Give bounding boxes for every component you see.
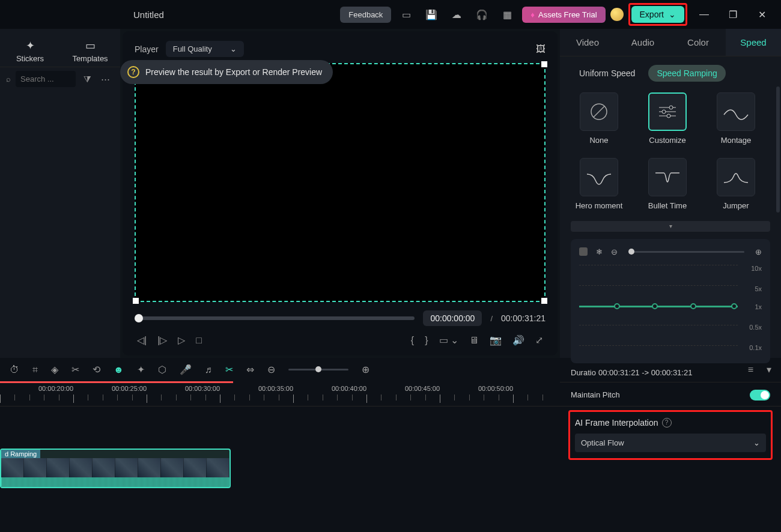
play-button[interactable]: ▷ xyxy=(178,334,185,346)
mask-icon[interactable]: ✂ xyxy=(71,364,79,375)
scrub-knob[interactable] xyxy=(135,314,143,322)
search-icon: ⌕ xyxy=(6,74,11,83)
time-current: 00:00:00:00 xyxy=(423,310,482,326)
tab-audio[interactable]: Audio xyxy=(615,29,670,56)
headset-icon[interactable]: 🎧 xyxy=(472,4,492,25)
templates-tab[interactable]: ▭ Templates xyxy=(60,37,120,63)
chevron-down-icon: ⌄ xyxy=(753,438,760,447)
camera-button[interactable]: 📷 xyxy=(490,334,502,346)
keyframe-button[interactable] xyxy=(579,247,588,256)
tick-label: 00:00:25:00 xyxy=(112,385,147,392)
ramp-y-10x: 10x xyxy=(751,265,762,272)
close-button[interactable]: ✕ xyxy=(750,4,774,25)
tab-video[interactable]: Video xyxy=(560,29,615,56)
preview-canvas[interactable] xyxy=(135,63,545,302)
quality-value: Full Quality xyxy=(173,44,212,53)
corner-handle-tr[interactable] xyxy=(541,61,547,67)
search-input[interactable] xyxy=(16,71,76,87)
question-icon: ? xyxy=(127,66,139,78)
ratio-button[interactable]: ▭ ⌄ xyxy=(439,334,458,346)
duration-value: 00:00:31:21 -> 00:00:31:21 xyxy=(598,368,693,377)
zoom-in-icon[interactable]: ⊕ xyxy=(755,247,762,256)
ramp-keyframe[interactable] xyxy=(614,303,620,309)
volume-button[interactable]: 🔊 xyxy=(512,334,524,346)
preset-none[interactable]: None xyxy=(571,92,627,146)
stickers-tab[interactable]: ✦ Stickers xyxy=(0,37,60,63)
export-button[interactable]: Export ⌄ xyxy=(631,6,684,23)
next-frame-button[interactable]: |▷ xyxy=(157,334,167,346)
clip-label: d Ramping xyxy=(1,450,40,458)
speed-knob[interactable] xyxy=(628,249,634,255)
ai-interpolation-dropdown[interactable]: Optical Flow ⌄ xyxy=(575,434,766,452)
tab-color[interactable]: Color xyxy=(670,29,726,56)
save-icon[interactable]: 💾 xyxy=(421,4,442,25)
effects-icon[interactable]: ✦ xyxy=(137,364,145,375)
timeline-ruler[interactable]: 00:00:20:00 00:00:25:00 00:00:30:00 00:0… xyxy=(0,381,781,407)
rotate-icon[interactable]: ⟲ xyxy=(93,364,100,375)
svg-point-5 xyxy=(662,110,666,113)
speed-ramping-tab[interactable]: Speed Ramping xyxy=(648,65,725,82)
right-panel: Video Audio Color Speed Uniform Speed Sp… xyxy=(560,29,781,358)
ramp-y-05x: 0.5x xyxy=(749,324,762,331)
help-icon[interactable]: ? xyxy=(662,418,672,428)
corner-handle-bl[interactable] xyxy=(133,298,139,304)
templates-label: Templates xyxy=(60,54,120,63)
right-scrollbar[interactable] xyxy=(776,86,780,213)
ramp-curve[interactable] xyxy=(579,306,738,307)
clip-waveform xyxy=(1,477,229,487)
more-icon[interactable]: ⋯ xyxy=(99,74,112,85)
uniform-speed-tab[interactable]: Uniform Speed xyxy=(571,65,643,82)
mark-in-button[interactable]: { xyxy=(411,335,414,346)
chevron-down-icon: ⌄ xyxy=(230,44,237,53)
left-sidebar: ✦ Stickers ▭ Templates ⌕ ⧩ ⋯ xyxy=(0,29,120,358)
scrub-bar[interactable] xyxy=(135,316,415,320)
svg-point-7 xyxy=(667,114,670,118)
minimize-button[interactable]: — xyxy=(692,4,716,25)
zoom-knob[interactable] xyxy=(315,366,321,372)
crop-icon[interactable]: ⌗ xyxy=(32,364,38,375)
timer-icon[interactable]: ⏱ xyxy=(10,364,19,375)
cloud-icon[interactable]: ☁ xyxy=(446,4,467,25)
ramp-y-5x: 5x xyxy=(755,285,762,292)
freeze-icon[interactable]: ❄ xyxy=(596,247,603,256)
fullscreen-button[interactable]: ⤢ xyxy=(535,334,543,346)
assets-trial-button[interactable]: ♦ Assets Free Trial xyxy=(522,7,605,23)
profile-avatar[interactable] xyxy=(610,8,624,21)
grid-icon[interactable]: ▦ xyxy=(497,4,517,25)
fit-icon[interactable]: ⇔ xyxy=(246,364,254,375)
ramp-graph[interactable]: 10x 5x 1x 0.5x 0.1x xyxy=(579,265,762,355)
preset-customize[interactable]: Customize xyxy=(639,92,696,146)
feedback-button[interactable]: Feedback xyxy=(340,7,391,23)
ramp-keyframe[interactable] xyxy=(690,303,696,309)
snapshot-icon[interactable]: 🖼 xyxy=(536,44,545,55)
music-icon[interactable]: ♬ xyxy=(205,364,212,375)
stop-button[interactable]: □ xyxy=(196,335,202,346)
mark-out-button[interactable]: } xyxy=(425,335,428,346)
preset-bullet[interactable]: Bullet Time xyxy=(639,158,696,211)
speed-slider[interactable] xyxy=(628,251,744,253)
preset-montage[interactable]: Montage xyxy=(708,92,764,146)
zoom-out-icon[interactable]: ⊖ xyxy=(611,247,618,256)
timip-track[interactable]: d Ramping xyxy=(0,449,231,488)
filter-icon[interactable]: ⧩ xyxy=(81,74,94,85)
mic-icon[interactable]: 🎤 xyxy=(180,364,192,375)
shield-icon[interactable]: ⬡ xyxy=(158,364,166,375)
ramp-y-1x: 1x xyxy=(755,303,762,310)
tab-speed[interactable]: Speed xyxy=(726,29,781,56)
zoom-out-button[interactable]: ⊖ xyxy=(267,364,275,375)
expand-presets[interactable]: ▾ xyxy=(571,221,770,232)
zoom-in-button[interactable]: ⊕ xyxy=(362,364,369,375)
quality-dropdown[interactable]: Full Quality ⌄ xyxy=(166,41,244,57)
export-label: Export xyxy=(640,10,664,19)
zoom-slider[interactable] xyxy=(288,369,348,370)
display-button[interactable]: 🖥 xyxy=(469,335,479,346)
split-icon[interactable]: ✂ xyxy=(225,364,233,375)
device-icon[interactable]: ▭ xyxy=(396,4,416,25)
prev-frame-button[interactable]: ◁| xyxy=(137,334,147,346)
preset-hero[interactable]: Hero moment xyxy=(571,158,627,211)
preset-jumper[interactable]: Jumper xyxy=(708,158,764,211)
corner-handle-br[interactable] xyxy=(541,298,547,304)
face-icon[interactable]: ☻ xyxy=(114,364,124,375)
tag-icon[interactable]: ◈ xyxy=(51,364,58,375)
maximize-button[interactable]: ❐ xyxy=(721,4,745,25)
